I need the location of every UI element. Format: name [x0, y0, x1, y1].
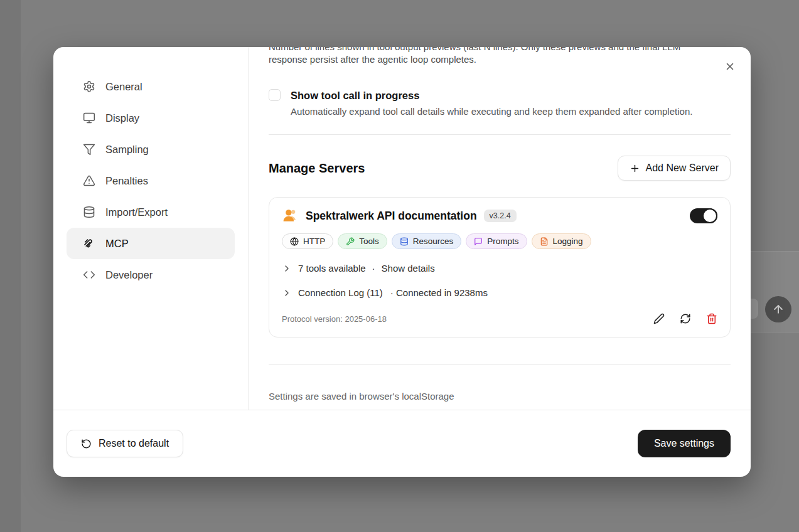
- arrow-up-icon: [772, 303, 785, 316]
- edit-icon[interactable]: [653, 313, 665, 324]
- badge-label: HTTP: [303, 237, 325, 246]
- server-name: Spektralwerk API documentation: [306, 210, 477, 223]
- reset-label: Reset to default: [99, 438, 169, 449]
- manage-servers-header: Manage Servers Add New Server: [269, 156, 731, 181]
- connection-log-row[interactable]: Connection Log (11) · Connected in 9238m…: [282, 287, 717, 298]
- sidebar-item-mcp[interactable]: MCP: [67, 228, 235, 259]
- separator-dot: ·: [372, 263, 375, 274]
- badge-label: Resources: [413, 237, 454, 246]
- badge-label: Tools: [359, 237, 379, 246]
- badge-prompts: Prompts: [466, 233, 527, 249]
- message-square-icon: [474, 237, 483, 246]
- sidebar-item-penalties[interactable]: Penalties: [67, 165, 235, 196]
- sidebar-item-label: Sampling: [105, 144, 149, 156]
- send-button[interactable]: [765, 296, 791, 322]
- reset-to-default-button[interactable]: Reset to default: [67, 430, 183, 457]
- server-card-footer: Protocol version: 2025-06-18: [282, 313, 717, 324]
- protocol-version: Protocol version: 2025-06-18: [282, 314, 387, 324]
- code-icon: [83, 269, 95, 281]
- server-enabled-toggle[interactable]: [690, 208, 717, 223]
- busts-in-silhouette-emoji: [282, 208, 298, 224]
- refresh-icon[interactable]: [680, 313, 691, 324]
- server-card-header: Spektralwerk API documentation v3.2.4: [282, 208, 717, 224]
- sidebar-item-label: Penalties: [105, 175, 148, 187]
- sidebar-item-general[interactable]: General: [67, 71, 235, 102]
- connection-log-label: Connection Log (11): [298, 287, 383, 298]
- section-divider: [269, 134, 731, 135]
- manage-servers-title: Manage Servers: [269, 161, 365, 176]
- chevron-right-icon: [282, 288, 292, 298]
- badge-label: Logging: [553, 237, 583, 246]
- show-tool-call-checkbox[interactable]: [269, 89, 281, 101]
- server-version-badge: v3.2.4: [484, 210, 517, 222]
- sidebar-item-label: Developer: [105, 269, 153, 281]
- sidebar-item-import-export[interactable]: Import/Export: [67, 196, 235, 228]
- save-settings-button[interactable]: Save settings: [638, 430, 731, 457]
- database-icon: [83, 206, 95, 218]
- settings-modal: General Display Sampling Penalties: [53, 47, 751, 477]
- sidebar-item-sampling[interactable]: Sampling: [67, 134, 235, 165]
- settings-modal-body: General Display Sampling Penalties: [53, 47, 751, 410]
- checkbox-label: Show tool call in progress: [291, 88, 692, 102]
- show-tool-call-setting: Show tool call in progress Automatically…: [269, 88, 731, 118]
- globe-icon: [290, 237, 299, 246]
- sidebar-item-display[interactable]: Display: [67, 102, 235, 134]
- checkbox-description: Automatically expand tool call details w…: [291, 105, 692, 118]
- mcp-settings-panel: Number of lines shown in tool output pre…: [249, 47, 751, 410]
- sidebar-item-label: General: [105, 81, 142, 93]
- toggle-knob: [702, 208, 717, 223]
- mcp-logo-icon: [83, 237, 95, 250]
- settings-sidebar: General Display Sampling Penalties: [53, 47, 249, 410]
- rotate-ccw-icon: [81, 439, 92, 449]
- plus-icon: [630, 163, 640, 174]
- show-details-link[interactable]: Show details: [382, 263, 435, 274]
- wrench-icon: [346, 237, 355, 246]
- badge-logging: Logging: [532, 233, 591, 249]
- server-card: Spektralwerk API documentation v3.2.4 HT…: [269, 197, 731, 338]
- connection-time: · Connected in 9238ms: [390, 287, 488, 298]
- tools-available-row[interactable]: 7 tools available · Show details: [282, 263, 717, 274]
- storage-note: Settings are saved in browser's localSto…: [269, 391, 731, 402]
- trash-icon[interactable]: [706, 313, 717, 324]
- sidebar-item-label: MCP: [105, 238, 129, 250]
- database-icon: [400, 237, 409, 246]
- file-text-icon: [540, 237, 549, 246]
- server-actions: [653, 313, 717, 324]
- section-divider: [269, 364, 731, 365]
- badge-resources: Resources: [392, 233, 462, 249]
- close-icon[interactable]: [722, 58, 738, 75]
- alert-triangle-icon: [83, 174, 95, 187]
- tool-output-preview-description: Number of lines shown in tool output pre…: [269, 47, 708, 66]
- background-app-sidebar: [0, 0, 21, 532]
- add-new-server-button[interactable]: Add New Server: [618, 156, 731, 181]
- sidebar-item-label: Display: [105, 112, 139, 124]
- badge-http: HTTP: [282, 233, 333, 249]
- monitor-icon: [83, 112, 95, 124]
- gear-icon: [83, 80, 95, 93]
- chevron-right-icon: [282, 263, 292, 274]
- funnel-icon: [83, 143, 95, 156]
- sidebar-item-developer[interactable]: Developer: [67, 259, 235, 290]
- badge-label: Prompts: [487, 237, 518, 246]
- server-capability-badges: HTTP Tools Resources: [282, 233, 717, 249]
- add-new-server-label: Add New Server: [646, 162, 719, 174]
- modal-footer: Reset to default Save settings: [53, 410, 751, 477]
- tools-summary: 7 tools available: [298, 263, 366, 274]
- sidebar-item-label: Import/Export: [105, 206, 168, 218]
- badge-tools: Tools: [338, 233, 387, 249]
